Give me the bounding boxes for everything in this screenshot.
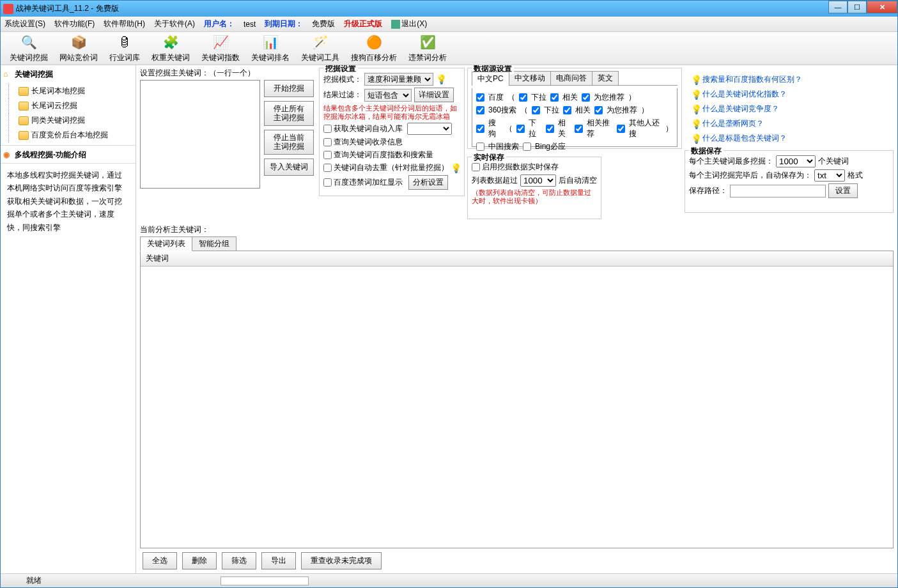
tree-item-1[interactable]: 长尾词云挖掘 [7, 98, 135, 113]
realtime-legend: 实时保存 [472, 152, 506, 163]
minimize-button[interactable]: — [828, 1, 848, 13]
mining-settings-group: 挖掘设置 挖掘模式： 速度和词量兼顾 💡 结果过滤： 短语包含 详细设置 结果包… [319, 68, 465, 196]
sidebar-sec2[interactable]: ◉ 多线程挖掘-功能介绍 [1, 145, 135, 163]
bottom-btn-0[interactable]: 全选 [143, 552, 177, 569]
ds-main-checkbox[interactable] [476, 93, 484, 102]
keyword-index-icon: 📈 [212, 33, 229, 51]
ds-main-checkbox[interactable] [476, 125, 484, 133]
ds-opt-checkbox[interactable] [575, 125, 583, 133]
bulb-icon: 💡 [691, 89, 700, 100]
analyze-settings-button[interactable]: 分析设置 [408, 175, 448, 190]
filter-select[interactable]: 短语包含 [364, 89, 412, 102]
ban-red-checkbox[interactable] [323, 178, 332, 187]
home-icon: ⌂ [3, 70, 8, 79]
user-value: test [244, 20, 256, 29]
upgrade-link[interactable]: 升级正式版 [344, 19, 382, 29]
keyword-rank-icon: 📊 [261, 33, 279, 51]
menu-about[interactable]: 关于软件(A) [154, 19, 195, 29]
toolbar-keyword-tool[interactable]: 🪄关键词工具 [297, 32, 343, 65]
ds-row-3: 中国搜索Bing必应 [476, 141, 673, 152]
save-path-input[interactable] [730, 185, 826, 197]
import-keyword-button[interactable]: 导入关键词 [264, 159, 314, 176]
query-include-checkbox[interactable] [323, 138, 332, 146]
help-links: 💡搜索量和百度指数有何区别？💡什么是关键词优化指数？💡什么是关键词竞争度？💡什么… [685, 68, 894, 148]
ds-tab-3[interactable]: 英文 [592, 71, 619, 85]
mode-select[interactable]: 速度和词量兼顾 [364, 73, 433, 86]
tree-item-2[interactable]: 同类关键词挖掘 [7, 113, 135, 128]
exit-menu[interactable]: 退出(X) [391, 19, 427, 29]
bulb-icon[interactable]: 💡 [451, 163, 460, 173]
bulb-icon[interactable]: 💡 [436, 74, 445, 84]
start-mining-button[interactable]: 开始挖掘 [264, 80, 314, 97]
grid-header-keyword[interactable]: 关键词 [141, 251, 893, 267]
auto-in-select[interactable] [407, 123, 452, 135]
ds-opt-checkbox[interactable] [617, 125, 625, 133]
toolbar-industry-db[interactable]: 🛢行业词库 [105, 32, 144, 65]
ds-tab-1[interactable]: 中文移动 [509, 71, 551, 85]
bulb-icon: 💡 [691, 134, 700, 144]
sogou-analysis-icon: 🟠 [365, 33, 383, 51]
realtime-save-group: 实时保存 启用挖掘数据实时保存 列表数据超过1000后自动清空 （数据列表自动清… [467, 157, 601, 219]
bottom-btn-3[interactable]: 导出 [261, 552, 296, 569]
ds-opt-checkbox[interactable] [563, 106, 571, 114]
main-keyword-input[interactable] [140, 80, 260, 189]
folder-icon [19, 102, 29, 111]
bottom-btn-4[interactable]: 重查收录未完成项 [301, 552, 382, 569]
menu-help[interactable]: 软件帮助(H) [104, 19, 145, 29]
mode-label: 挖掘模式： [323, 74, 362, 85]
toolbar-sogou-analysis[interactable]: 🟠搜狗百移分析 [347, 32, 401, 65]
ds-row-1: 360搜索（下拉相关为您推荐） [476, 105, 673, 116]
dedup-checkbox[interactable] [323, 164, 332, 172]
toolbar-weight-keyword[interactable]: 🧩权重关键词 [148, 32, 194, 65]
bottom-btn-1[interactable]: 删除 [182, 552, 217, 569]
ds-opt-checkbox[interactable] [516, 125, 525, 133]
ds-tab-0[interactable]: 中文PC [472, 72, 509, 86]
toolbar-keyword-rank[interactable]: 📊关键词排名 [247, 32, 293, 65]
help-link-0[interactable]: 💡搜索量和百度指数有何区别？ [691, 74, 891, 85]
save-format-select[interactable]: txt [814, 169, 845, 182]
auto-in-checkbox[interactable] [323, 125, 332, 133]
bulb-icon: 💡 [691, 119, 700, 129]
industry-db-icon: 🛢 [116, 33, 134, 51]
toolbar-keyword-index[interactable]: 📈关键词指数 [197, 32, 244, 65]
close-button[interactable]: ✕ [867, 1, 897, 13]
toolbar-site-bid[interactable]: 📦网站竞价词 [56, 32, 102, 65]
detail-settings-button[interactable]: 详细设置 [414, 88, 454, 102]
folder-icon [19, 116, 29, 125]
toolbar-banned-analysis[interactable]: ✅违禁词分析 [405, 32, 451, 65]
ds-opt-checkbox[interactable] [519, 93, 527, 102]
result-tab-0[interactable]: 关键词列表 [140, 236, 192, 251]
ds-opt-checkbox[interactable] [532, 106, 540, 114]
save-path-button[interactable]: 设置 [828, 183, 858, 198]
grid-body[interactable] [141, 267, 893, 548]
max-per-keyword-select[interactable]: 1000 [776, 155, 816, 167]
bulb-icon: 💡 [691, 104, 700, 114]
bottom-btn-2[interactable]: 筛选 [222, 552, 256, 569]
ds-opt-checkbox[interactable] [523, 143, 531, 151]
ds-opt-checkbox[interactable] [582, 93, 590, 102]
help-link-1[interactable]: 💡什么是关键词优化指数？ [691, 89, 891, 100]
result-tab-1[interactable]: 智能分组 [192, 236, 236, 251]
stop-current-button[interactable]: 停止当前 主词挖掘 [264, 130, 314, 155]
menu-system[interactable]: 系统设置(S) [4, 19, 45, 29]
tree-item-0[interactable]: 长尾词本地挖掘 [7, 84, 135, 98]
menu-function[interactable]: 软件功能(F) [54, 19, 95, 29]
ds-opt-checkbox[interactable] [550, 93, 559, 102]
stop-all-button[interactable]: 停止所有 主词挖掘 [264, 101, 314, 126]
help-link-2[interactable]: 💡什么是关键词竞争度？ [691, 104, 891, 114]
query-index-checkbox[interactable] [323, 151, 332, 159]
tree-item-3[interactable]: 百度竞价后台本地挖掘 [7, 128, 135, 143]
help-link-3[interactable]: 💡什么是垄断网页？ [691, 118, 891, 129]
ds-tab-2[interactable]: 电商问答 [550, 71, 592, 85]
realtime-enable-checkbox[interactable] [472, 163, 480, 171]
ds-main-checkbox[interactable] [476, 143, 484, 151]
toolbar-keyword-mining[interactable]: 🔍关键词挖掘 [6, 32, 52, 65]
maximize-button[interactable]: ☐ [848, 1, 867, 13]
realtime-threshold-select[interactable]: 1000 [520, 174, 556, 187]
help-link-4[interactable]: 💡什么是标题包含关键词？ [691, 133, 891, 144]
ds-opt-checkbox[interactable] [546, 125, 554, 133]
ds-opt-checkbox[interactable] [594, 106, 603, 114]
weight-keyword-icon: 🧩 [162, 33, 180, 51]
ds-main-checkbox[interactable] [476, 106, 484, 114]
app-icon [3, 4, 13, 14]
